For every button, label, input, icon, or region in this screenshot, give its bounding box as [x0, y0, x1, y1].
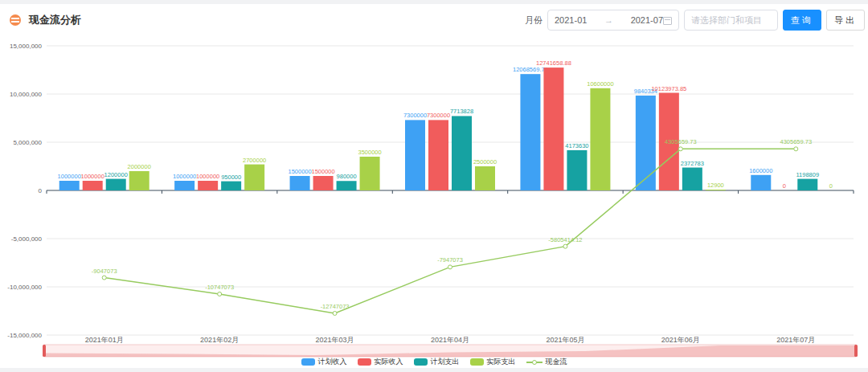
bar-value-label: 980000	[337, 173, 357, 180]
bar-value-label: 2500000	[473, 158, 497, 166]
legend-label: 实际收入	[375, 357, 403, 367]
query-button[interactable]: 查询	[783, 10, 821, 31]
legend-label: 计划支出	[431, 357, 460, 367]
bar-value-label: 1198809	[796, 171, 819, 178]
legend-label: 现金流	[546, 357, 567, 367]
legend-swatch-icon	[358, 358, 371, 366]
bar-value-label: 1600000	[749, 167, 772, 174]
bar[interactable]	[520, 74, 540, 190]
chart-legend: 计划收入实际收入计划支出实际支出现金流	[0, 356, 868, 368]
datazoom-left-handle[interactable]	[43, 345, 46, 357]
date-start-value[interactable]: 2021-01	[555, 15, 587, 25]
x-axis-label: 2021年01月	[85, 336, 124, 344]
line-value-label: -7947073	[437, 256, 463, 264]
bar[interactable]	[636, 96, 656, 190]
date-end-value[interactable]: 2021-07	[631, 15, 663, 25]
legend-swatch-icon	[470, 358, 484, 366]
x-axis-label: 2021年02月	[200, 336, 239, 344]
x-axis-label: 2021年04月	[431, 336, 469, 344]
x-axis-label: 2021年07月	[776, 336, 815, 344]
bar[interactable]	[706, 190, 726, 190]
bar[interactable]	[174, 181, 194, 190]
line-value-label: 4305659.73	[665, 138, 697, 145]
bar[interactable]	[682, 168, 702, 190]
bar-value-label: 1500000	[288, 168, 311, 175]
export-button[interactable]: 导出	[826, 10, 865, 31]
legend-label: 实际支出	[487, 357, 516, 367]
line-value-label: -5805414.12	[548, 236, 582, 243]
legend-item[interactable]: 现金流	[526, 357, 567, 367]
bar[interactable]	[83, 181, 103, 190]
legend-item[interactable]: 计划收入	[301, 357, 347, 367]
x-axis-label: 2021年06月	[661, 336, 700, 344]
y-axis-tick: -10,000,000	[7, 284, 42, 291]
department-project-input[interactable]	[684, 10, 778, 31]
bar[interactable]	[244, 165, 264, 190]
bar-value-label: 10600000	[587, 80, 613, 88]
line-point[interactable]	[448, 265, 452, 269]
bar-value-label: 10123973.85	[651, 85, 686, 92]
bar-value-label: 0	[783, 182, 786, 190]
bar[interactable]	[452, 116, 472, 190]
bar-value-label: 1500000	[311, 168, 334, 175]
bar-value-label: 12900	[707, 182, 724, 189]
date-range-picker[interactable]: 2021-01 → 2021-07	[547, 10, 679, 31]
datazoom-right-handle[interactable]	[854, 345, 858, 357]
legend-swatch-icon	[301, 358, 315, 366]
line-value-label: 4305659.73	[780, 138, 812, 145]
line-value-label: -10747073	[205, 284, 234, 291]
bar-value-label: 7300000	[403, 112, 427, 119]
bar[interactable]	[797, 179, 817, 190]
bar[interactable]	[590, 88, 610, 190]
bar[interactable]	[751, 175, 771, 190]
legend-item[interactable]: 计划支出	[414, 357, 460, 367]
calendar-icon[interactable]	[663, 16, 672, 25]
bottom-strip	[0, 368, 868, 372]
bar[interactable]	[106, 179, 126, 190]
bar-value-label: 0	[829, 182, 833, 190]
bar[interactable]	[428, 120, 448, 190]
date-range-arrow-icon: →	[587, 15, 630, 25]
bar-value-label: 1000000	[81, 173, 104, 180]
line-point[interactable]	[218, 292, 222, 296]
bar-value-label: 1000000	[58, 173, 81, 180]
bar[interactable]	[360, 157, 380, 190]
bar-value-label: 12741658.88	[536, 59, 571, 67]
bar[interactable]	[475, 166, 495, 190]
header-controls: 月份 2021-01 → 2021-07 查询 导出	[525, 10, 865, 31]
bar-value-label: 4173630	[565, 142, 588, 149]
month-label: 月份	[525, 14, 542, 27]
bar[interactable]	[129, 171, 149, 190]
bar[interactable]	[290, 176, 310, 190]
bar-value-label: 2372783	[681, 160, 704, 167]
bar[interactable]	[337, 181, 357, 190]
header-left: 现金流分析	[10, 13, 81, 27]
bar[interactable]	[567, 150, 587, 190]
legend-item[interactable]: 实际支出	[470, 357, 516, 367]
bar-value-label: 950000	[221, 174, 241, 181]
bar-value-label: 12068569.71	[513, 66, 548, 73]
bar-value-label: 2000000	[128, 163, 151, 170]
bar-value-label: 7713828	[450, 108, 473, 115]
bar-value-label: 1200000	[104, 171, 128, 178]
cashflow-analysis-page: 现金流分析 月份 2021-01 → 2021-07 查询 导出 15,000,…	[0, 0, 868, 372]
x-axis-label: 2021年03月	[316, 336, 354, 344]
line-point[interactable]	[333, 311, 337, 315]
bar[interactable]	[59, 181, 80, 190]
line-point[interactable]	[102, 276, 106, 280]
legend-swatch-icon	[414, 358, 428, 366]
bar[interactable]	[313, 176, 334, 190]
line-point[interactable]	[794, 147, 798, 151]
bar[interactable]	[543, 67, 563, 190]
line-point[interactable]	[563, 244, 567, 248]
legend-item[interactable]: 实际收入	[358, 357, 403, 367]
bar[interactable]	[221, 182, 241, 190]
cashflow-chart: 15,000,00010,000,0005,000,0000-5,000,000…	[0, 36, 868, 358]
header: 现金流分析 月份 2021-01 → 2021-07 查询 导出	[0, 4, 868, 36]
bar-series: 100000010000001500000730000012741658.881…	[81, 59, 786, 190]
bar[interactable]	[405, 120, 425, 190]
bar[interactable]	[198, 181, 218, 190]
y-axis-tick: 10,000,000	[10, 91, 43, 98]
x-axis-label: 2021年05月	[546, 336, 584, 344]
line-point[interactable]	[678, 147, 682, 151]
